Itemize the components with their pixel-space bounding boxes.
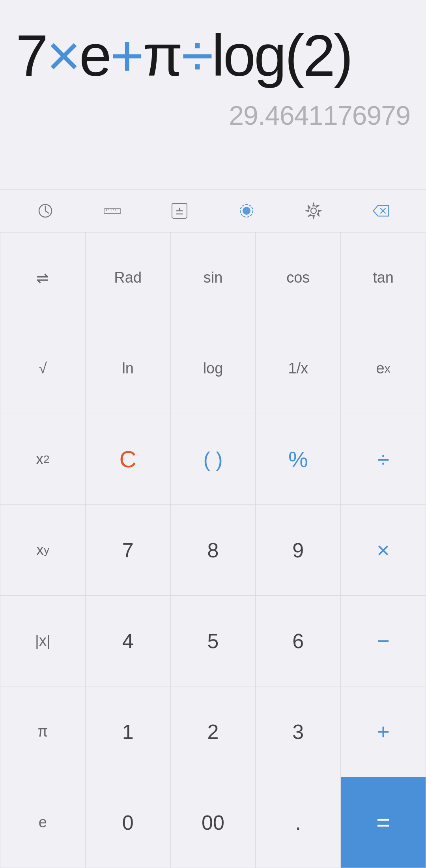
pi-button[interactable]: π: [0, 686, 86, 777]
result-display: 29.4641176979: [16, 100, 410, 131]
2-button[interactable]: 2: [171, 686, 256, 777]
00-button[interactable]: 00: [171, 777, 256, 868]
parentheses-button[interactable]: ( ): [171, 414, 256, 505]
ruler-button[interactable]: [99, 197, 126, 225]
7-button[interactable]: 7: [86, 505, 171, 596]
multiply-button[interactable]: ×: [341, 505, 426, 596]
xy-button[interactable]: xy: [0, 505, 86, 596]
plus-op: +: [110, 23, 142, 88]
log-button[interactable]: log: [171, 323, 256, 414]
toolbar: [0, 189, 426, 232]
history-button[interactable]: [32, 197, 59, 225]
calculator-grid: ⇌ Rad sin cos tan √ ln log 1/x ex x2 C (…: [0, 232, 426, 868]
main-expression: 7×e+π÷log(2): [16, 24, 410, 88]
6-button[interactable]: 6: [256, 596, 341, 686]
4-button[interactable]: 4: [86, 596, 171, 686]
0-button[interactable]: 0: [86, 777, 171, 868]
plusminus-button[interactable]: [166, 197, 193, 225]
e-button[interactable]: e: [0, 777, 86, 868]
inverse-button[interactable]: 1/x: [256, 323, 341, 414]
rad-button[interactable]: Rad: [86, 232, 171, 323]
arrows-button[interactable]: ⇌: [0, 232, 86, 323]
tan-button[interactable]: tan: [341, 232, 426, 323]
multiply-op: ×: [47, 23, 79, 88]
clear-button[interactable]: C: [86, 414, 171, 505]
8-button[interactable]: 8: [171, 505, 256, 596]
1-button[interactable]: 1: [86, 686, 171, 777]
theme-button[interactable]: [233, 197, 260, 225]
exp-button[interactable]: ex: [341, 323, 426, 414]
settings-button[interactable]: [300, 197, 327, 225]
backspace-button[interactable]: [367, 197, 394, 225]
add-button[interactable]: +: [341, 686, 426, 777]
svg-point-15: [311, 208, 316, 214]
ln-button[interactable]: ln: [86, 323, 171, 414]
sin-button[interactable]: sin: [171, 232, 256, 323]
3-button[interactable]: 3: [256, 686, 341, 777]
5-button[interactable]: 5: [171, 596, 256, 686]
x-squared-button[interactable]: x2: [0, 414, 86, 505]
svg-point-12: [243, 207, 250, 215]
dot-button[interactable]: .: [256, 777, 341, 868]
display-area: 7×e+π÷log(2) 29.4641176979: [0, 0, 426, 189]
sqrt-button[interactable]: √: [0, 323, 86, 414]
divide-op: ÷: [181, 23, 212, 88]
cos-button[interactable]: cos: [256, 232, 341, 323]
subtract-button[interactable]: −: [341, 596, 426, 686]
9-button[interactable]: 9: [256, 505, 341, 596]
abs-button[interactable]: |x|: [0, 596, 86, 686]
equals-button[interactable]: =: [341, 777, 426, 868]
divide-button[interactable]: ÷: [341, 414, 426, 505]
percent-button[interactable]: %: [256, 414, 341, 505]
